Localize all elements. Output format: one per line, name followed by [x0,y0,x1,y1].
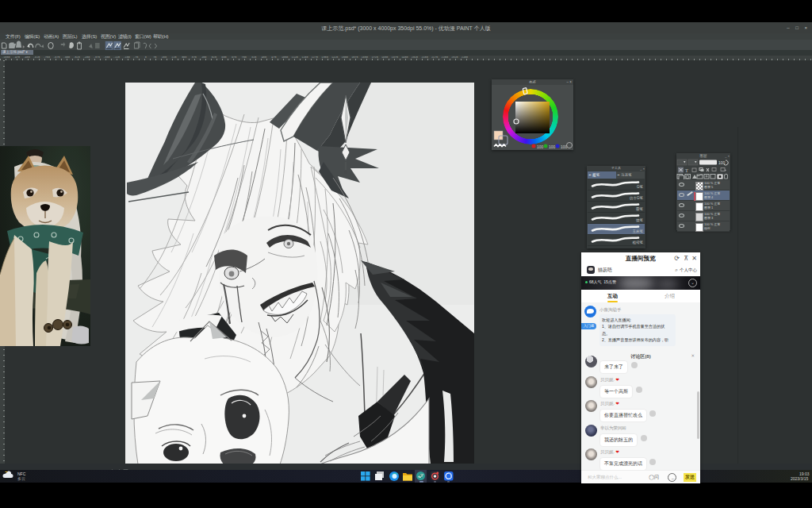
svg-text:100: 100 [549,144,556,149]
svg-text:100: 100 [537,144,544,149]
svg-text:T: T [685,167,688,173]
svg-text:2023/3/15: 2023/3/15 [791,476,808,481]
svg-text:19:03: 19:03 [799,471,810,476]
svg-text:多云: 多云 [17,476,25,481]
